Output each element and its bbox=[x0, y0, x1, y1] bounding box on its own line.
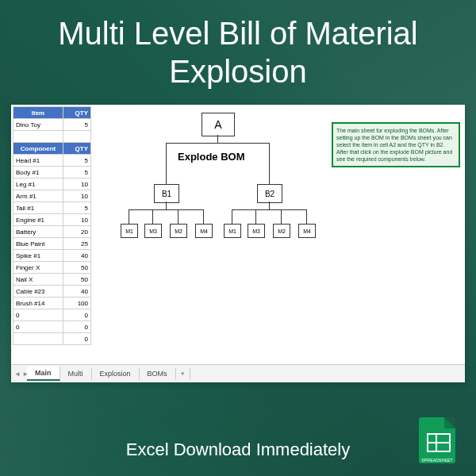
header-item: Item bbox=[13, 107, 63, 119]
node-a: A bbox=[202, 113, 235, 136]
data-tables: Item QTY Dino Toy 5 Component QTY Head #… bbox=[13, 106, 91, 345]
table-row: Tail #15 bbox=[13, 202, 91, 214]
tab-boms[interactable]: BOMs bbox=[140, 367, 176, 380]
table-row: Spike #140 bbox=[13, 250, 91, 262]
table-row: 00 bbox=[13, 321, 91, 333]
item-table: Item QTY Dino Toy 5 Component QTY Head #… bbox=[13, 106, 91, 345]
spreadsheet-preview: Item QTY Dino Toy 5 Component QTY Head #… bbox=[11, 105, 465, 382]
node-m: M2 bbox=[170, 224, 187, 238]
node-m: M3 bbox=[144, 224, 162, 238]
table-row: Arm #110 bbox=[13, 190, 91, 202]
node-m: M1 bbox=[121, 224, 138, 238]
table-row: 0 bbox=[13, 333, 91, 345]
table-row: Body #15 bbox=[13, 167, 91, 178]
table-row: Battery20 bbox=[13, 226, 91, 238]
table-row: Cable #2340 bbox=[13, 286, 91, 298]
tab-add[interactable]: + bbox=[176, 367, 190, 380]
spreadsheet-icon: SPREADSHEET bbox=[419, 417, 455, 465]
table-row: Brush #14100 bbox=[13, 298, 91, 309]
table-row: Finger X50 bbox=[13, 262, 91, 274]
item-cell[interactable]: Dino Toy bbox=[13, 119, 63, 131]
node-b2: B2 bbox=[257, 184, 282, 203]
table-row: Leg #110 bbox=[13, 178, 91, 190]
node-b1: B1 bbox=[154, 184, 179, 203]
info-callout: The main sheet for exploding the BOMs. A… bbox=[332, 122, 460, 167]
table-row bbox=[13, 131, 91, 143]
bom-tree-diagram[interactable]: Explode BOM A B1 B2 M1 M3 M2 M4 M1 bbox=[114, 113, 321, 255]
node-m: M2 bbox=[273, 224, 290, 238]
node-m: M4 bbox=[298, 224, 316, 238]
node-m: M3 bbox=[248, 224, 265, 238]
page-title: Multi Level Bill of Material Explosion bbox=[0, 0, 476, 98]
table-row[interactable]: Dino Toy 5 bbox=[13, 119, 91, 131]
header-qty: QTY bbox=[63, 107, 91, 119]
table-row: Nail X50 bbox=[13, 274, 91, 286]
footer-text: Excel Download Immediately bbox=[0, 440, 476, 460]
sheet-tabs: ◄ ► Main Multi Explosion BOMs + bbox=[11, 364, 465, 382]
node-m: M4 bbox=[195, 224, 213, 238]
node-m: M1 bbox=[224, 224, 241, 238]
explode-bom-label: Explode BOM bbox=[178, 151, 245, 163]
table-row: Engine #110 bbox=[13, 214, 91, 226]
tab-multi[interactable]: Multi bbox=[60, 367, 92, 380]
header-qty: QTY bbox=[63, 143, 91, 155]
table-row: 00 bbox=[13, 309, 91, 321]
tab-main[interactable]: Main bbox=[27, 367, 60, 381]
icon-label: SPREADSHEET bbox=[419, 458, 455, 463]
table-row: Blue Paint25 bbox=[13, 238, 91, 250]
tab-nav-icon[interactable]: ◄ ► bbox=[14, 370, 29, 378]
header-component: Component bbox=[13, 143, 63, 155]
table-row: Head #15 bbox=[13, 155, 91, 167]
qty-cell[interactable]: 5 bbox=[63, 119, 91, 131]
tab-explosion[interactable]: Explosion bbox=[92, 367, 140, 380]
